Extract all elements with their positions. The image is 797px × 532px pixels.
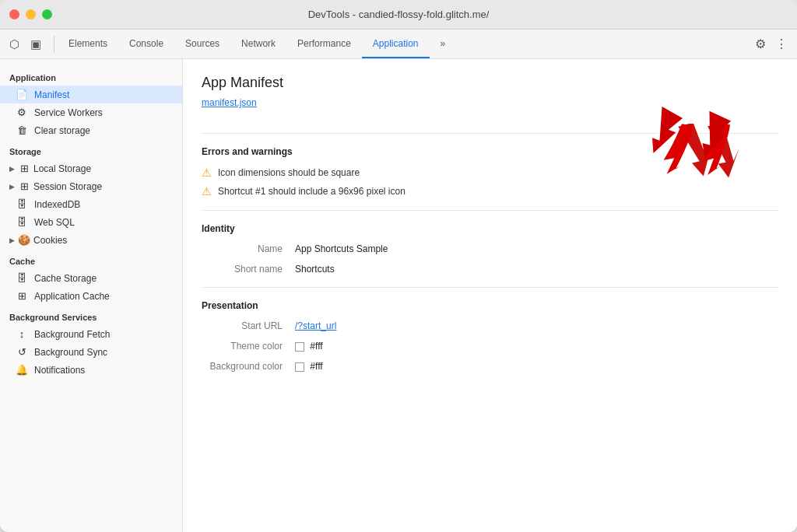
divider-3: [202, 287, 778, 288]
theme-color-label: Theme color: [202, 341, 295, 352]
manifest-icon: 📄: [16, 89, 28, 100]
titlebar: DevTools - candied-flossy-fold.glitch.me…: [0, 0, 797, 30]
sidebar-section-storage: Storage: [0, 139, 182, 159]
short-name-label: Short name: [202, 264, 295, 275]
start-url-label: Start URL: [202, 320, 295, 331]
sidebar-section-cache: Cache: [0, 249, 182, 269]
sidebar-item-session-storage[interactable]: ▶ ⊞ Session Storage: [0, 177, 182, 195]
arrow-icon: ▶: [9, 183, 15, 191]
websql-icon: 🗄: [16, 216, 28, 228]
tab-network[interactable]: Network: [230, 30, 286, 58]
session-storage-icon: ⊞: [18, 180, 30, 192]
service-workers-icon: ⚙: [16, 107, 28, 118]
short-name-value: Shortcuts: [295, 264, 335, 275]
sidebar-item-bg-fetch[interactable]: ↕ Background Fetch: [0, 325, 182, 343]
toolbar-right-actions: ⚙ ⋮: [752, 33, 791, 54]
local-storage-icon: ⊞: [18, 163, 30, 174]
tab-console[interactable]: Console: [118, 30, 174, 58]
sidebar-item-manifest[interactable]: 📄 Manifest: [0, 86, 182, 103]
bg-fetch-icon: ↕: [16, 328, 28, 340]
minimize-button[interactable]: [26, 9, 36, 19]
tab-sources[interactable]: Sources: [174, 30, 230, 58]
arrow-icon: ▶: [9, 236, 15, 244]
name-label: Name: [202, 243, 295, 254]
error-text-2: Shortcut #1 should include a 96x96 pixel…: [218, 186, 406, 197]
short-name-row: Short name Shortcuts: [202, 264, 778, 275]
presentation-section: Presentation Start URL /?start_url Theme…: [202, 300, 778, 372]
close-button[interactable]: [9, 9, 19, 19]
manifest-link[interactable]: manifest.json: [202, 97, 257, 108]
theme-color-swatch: [295, 342, 304, 352]
theme-color-row: Theme color #fff: [202, 341, 778, 352]
sidebar-item-bg-sync[interactable]: ↺ Background Sync: [0, 343, 182, 361]
device-icon[interactable]: ▣: [27, 36, 44, 53]
decorative-arrows: [646, 107, 755, 184]
toolbar-nav-icons: ⬡ ▣: [6, 36, 54, 53]
bg-color-row: Background color #fff: [202, 361, 778, 372]
bg-color-value: #fff: [295, 361, 323, 372]
sidebar-section-bg-services: Background Services: [0, 305, 182, 325]
main-layout: Application 📄 Manifest ⚙ Service Workers…: [0, 59, 797, 532]
sidebar-item-local-storage[interactable]: ▶ ⊞ Local Storage: [0, 159, 182, 177]
sidebar: Application 📄 Manifest ⚙ Service Workers…: [0, 59, 183, 532]
identity-section: Identity Name App Shortcuts Sample Short…: [202, 223, 778, 275]
indexeddb-icon: 🗄: [16, 198, 28, 210]
app-cache-icon: ⊞: [16, 290, 28, 302]
tab-application[interactable]: Application: [362, 30, 430, 58]
start-url-value[interactable]: /?start_url: [295, 320, 336, 331]
tab-performance[interactable]: Performance: [286, 30, 362, 58]
settings-icon[interactable]: ⚙: [752, 33, 769, 54]
divider-2: [202, 210, 778, 211]
name-value: App Shortcuts Sample: [295, 243, 388, 254]
cache-storage-icon: 🗄: [16, 272, 28, 284]
sidebar-item-app-cache[interactable]: ⊞ Application Cache: [0, 287, 182, 305]
presentation-heading: Presentation: [202, 300, 778, 311]
warning-icon-2: ⚠: [202, 185, 212, 198]
theme-color-value: #fff: [295, 341, 323, 352]
bg-color-label: Background color: [202, 361, 295, 372]
toolbar-tabs: Elements Console Sources Network Perform…: [58, 30, 752, 58]
sidebar-section-application: Application: [0, 65, 182, 86]
clear-storage-icon: 🗑: [16, 124, 28, 136]
cookies-icon: 🍪: [18, 234, 30, 246]
more-options-icon[interactable]: ⋮: [772, 33, 791, 54]
bg-color-swatch: [295, 362, 304, 372]
start-url-row: Start URL /?start_url: [202, 320, 778, 331]
warning-icon-1: ⚠: [202, 166, 212, 179]
bg-sync-icon: ↺: [16, 346, 28, 358]
tab-more[interactable]: »: [430, 30, 457, 58]
window-controls: [9, 9, 52, 19]
page-title: App Manifest: [202, 75, 778, 91]
identity-heading: Identity: [202, 223, 778, 234]
window-title: DevTools - candied-flossy-fold.glitch.me…: [308, 9, 490, 20]
notifications-icon: 🔔: [16, 364, 28, 376]
sidebar-item-service-workers[interactable]: ⚙ Service Workers: [0, 103, 182, 121]
content-area: App Manifest manifest.json Errors and wa…: [183, 59, 797, 532]
error-item-2: ⚠ Shortcut #1 should include a 96x96 pix…: [202, 185, 778, 198]
svg-marker-3: [697, 111, 732, 163]
sidebar-item-notifications[interactable]: 🔔 Notifications: [0, 361, 182, 379]
arrow-icon: ▶: [9, 165, 15, 173]
cursor-icon[interactable]: ⬡: [6, 36, 23, 53]
sidebar-item-cookies[interactable]: ▶ 🍪 Cookies: [0, 231, 182, 249]
svg-marker-2: [646, 107, 684, 159]
tab-elements[interactable]: Elements: [58, 30, 118, 58]
maximize-button[interactable]: [42, 9, 52, 19]
sidebar-item-cache-storage[interactable]: 🗄 Cache Storage: [0, 269, 182, 287]
sidebar-item-websql[interactable]: 🗄 Web SQL: [0, 213, 182, 231]
name-row: Name App Shortcuts Sample: [202, 243, 778, 254]
sidebar-item-indexeddb[interactable]: 🗄 IndexedDB: [0, 195, 182, 213]
toolbar: ⬡ ▣ Elements Console Sources Network Per…: [0, 30, 797, 59]
sidebar-item-clear-storage[interactable]: 🗑 Clear storage: [0, 121, 182, 139]
error-text-1: Icon dimensions should be square: [218, 167, 360, 178]
